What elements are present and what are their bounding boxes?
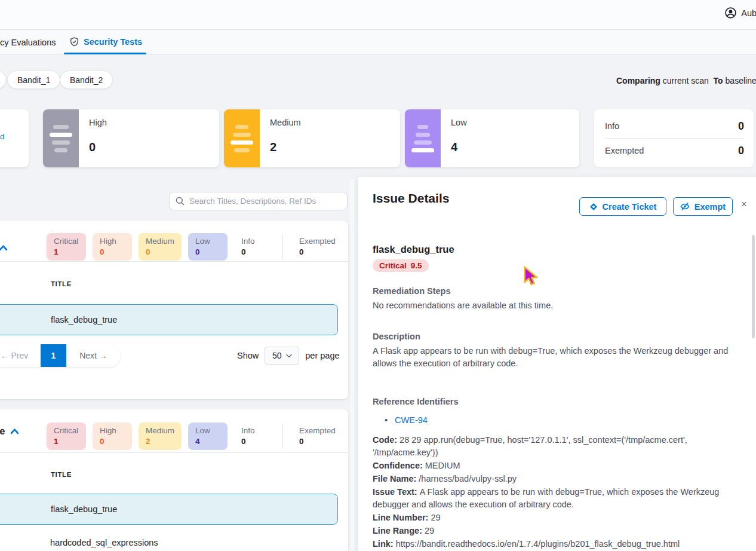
medium-severity-icon [224, 109, 260, 167]
pill-medium[interactable]: Medium 2 [139, 423, 182, 450]
tab-security-tests[interactable]: Security Tests [70, 37, 142, 47]
severity-pills-row: Critical 1 High 0 Medium 0 Low 0 Info 0 … [47, 233, 343, 261]
low-severity-icon [405, 109, 441, 167]
create-ticket-button[interactable]: Create Ticket [579, 197, 666, 216]
pill-low[interactable]: Low 0 [188, 233, 228, 261]
field-line-range: Line Range:29 [373, 525, 748, 537]
summary-card-low: Low 4 [405, 109, 579, 167]
remediation-body: No recommendations are available at this… [373, 299, 746, 312]
field-code: Code:28 29 app.run(debug=True, host='127… [373, 434, 748, 459]
issue-section-2: tive Critical 1 High 0 Medium 2 Low 4 [0, 409, 348, 551]
issue-details-heading: Issue Details [373, 191, 449, 206]
left-panel-scrollbar[interactable] [350, 179, 354, 551]
details-scrollbar-thumb[interactable] [752, 235, 755, 338]
pagination: ← Prev 1 Next → [0, 344, 121, 367]
pill-divider [282, 424, 283, 449]
section-title[interactable]: tive [0, 426, 19, 437]
issue-row-hardcoded-sql-expressions[interactable]: hardcoded_sql_expressions [0, 527, 338, 551]
exempted-count: 0 [738, 145, 744, 157]
pill-exempted[interactable]: Exempted 0 [292, 233, 343, 261]
summary-card-partial: d [0, 109, 29, 167]
user-menu[interactable]: Aubre [725, 7, 756, 19]
ticket-diamond-icon [589, 203, 598, 211]
severity-score-badge: Critical 9.5 [373, 259, 429, 272]
medium-card-count: 2 [270, 140, 276, 154]
top-header: Aubre [0, 0, 756, 30]
per-page-label: per page [305, 351, 339, 360]
reference-identifiers-heading: Reference Identifiers [373, 397, 458, 406]
description-heading: Description [373, 332, 420, 341]
field-issue-text: Issue Text:A Flask app appears to be run… [373, 486, 748, 511]
bullet: • [385, 415, 388, 425]
reference-list-item: • CWE-94 [385, 415, 428, 425]
partial-link-fragment: d [0, 132, 4, 141]
high-severity-icon [43, 109, 79, 167]
high-card-count: 0 [89, 140, 96, 154]
info-label: Info [605, 121, 619, 131]
pill-critical[interactable]: Critical 1 [47, 233, 86, 261]
summary-card-info-exempted: Info 0 Exempted 0 [594, 109, 754, 167]
collapse-chevron-up-icon[interactable] [0, 243, 8, 252]
issue-row-flask-debug-true[interactable]: flask_debug_true [0, 494, 338, 525]
field-confidence: Confidence:MEDIUM [373, 460, 748, 472]
page-size-select[interactable]: 50 [265, 347, 299, 365]
scan-chip-bandit-2[interactable]: Bandit_2 [60, 71, 113, 89]
scan-chip-partial[interactable] [0, 71, 6, 89]
pill-high[interactable]: High 0 [93, 423, 132, 450]
info-divider [605, 138, 744, 139]
pill-info[interactable]: Info 0 [234, 233, 273, 261]
page-1-button[interactable]: 1 [41, 344, 66, 367]
issue-title: flask_debug_true [373, 244, 454, 255]
severity-pills-row: Critical 1 High 0 Medium 2 Low 4 Info 0 … [47, 423, 343, 450]
active-tab-underline [64, 53, 146, 54]
show-label: Show [237, 351, 259, 360]
comparing-baseline-text: Comparing current scan To baseline [616, 76, 756, 85]
title-column-header: TITLE [51, 280, 72, 287]
user-name: Aubre [741, 8, 756, 18]
info-count: 0 [738, 120, 744, 133]
tab-bar: cy Evaluations Security Tests [0, 30, 756, 54]
pill-low[interactable]: Low 4 [188, 423, 228, 450]
exempt-button[interactable]: Exempt [673, 197, 733, 216]
pill-exempted[interactable]: Exempted 0 [292, 423, 343, 450]
pill-info[interactable]: Info 0 [234, 423, 273, 450]
description-body: A Flask app appears to be run with debug… [373, 345, 746, 370]
issue-search[interactable] [169, 192, 348, 210]
eye-off-icon [680, 202, 690, 211]
shield-icon [70, 37, 79, 47]
page-size-control: Show 50 per page [237, 347, 340, 365]
pill-high[interactable]: High 0 [93, 233, 132, 261]
summary-card-high: High 0 [43, 109, 219, 167]
chevron-down-icon [286, 354, 292, 358]
pill-medium[interactable]: Medium 0 [139, 233, 182, 261]
remediation-heading: Remediation Steps [373, 286, 451, 296]
pill-divider [282, 234, 283, 259]
next-page-button[interactable]: Next → [66, 351, 121, 360]
search-input[interactable] [189, 197, 341, 206]
title-column-header: TITLE [51, 471, 72, 478]
info-row: Info 0 [605, 117, 744, 136]
low-card-count: 4 [451, 140, 457, 154]
exempted-row: Exempted 0 [605, 141, 744, 160]
high-card-label: High [89, 118, 107, 127]
issue-row-flask-debug-true[interactable]: flask_debug_true [0, 304, 338, 335]
close-icon[interactable]: × [741, 198, 747, 210]
prev-page-button[interactable]: ← Prev [0, 351, 41, 360]
user-avatar-icon [725, 7, 736, 19]
summary-card-medium: Medium 2 [224, 109, 400, 167]
field-file-name: File Name:/harness/bad/vulpy-ssl.py [373, 473, 748, 485]
scan-chip-bandit-1[interactable]: Bandit_1 [7, 71, 60, 89]
pill-critical[interactable]: Critical 1 [47, 423, 86, 450]
search-icon [176, 197, 185, 206]
exempted-label: Exempted [605, 146, 644, 155]
issue-section-1: Critical 1 High 0 Medium 0 Low 0 Info 0 … [0, 221, 348, 399]
issue-details-panel: Issue Details Create Ticket Exempt × fla… [358, 177, 756, 551]
section-divider [0, 452, 348, 453]
cwe-94-link[interactable]: CWE-94 [395, 415, 428, 425]
collapse-chevron-up-icon[interactable] [10, 427, 19, 436]
tab-security-tests-label: Security Tests [84, 37, 142, 47]
tab-policy-evaluations[interactable]: cy Evaluations [0, 38, 56, 47]
field-line-number: Line Number:29 [373, 512, 748, 524]
low-card-label: Low [451, 118, 467, 127]
field-link: Link:https://bandit.readthedocs.io/en/1.… [373, 538, 748, 550]
